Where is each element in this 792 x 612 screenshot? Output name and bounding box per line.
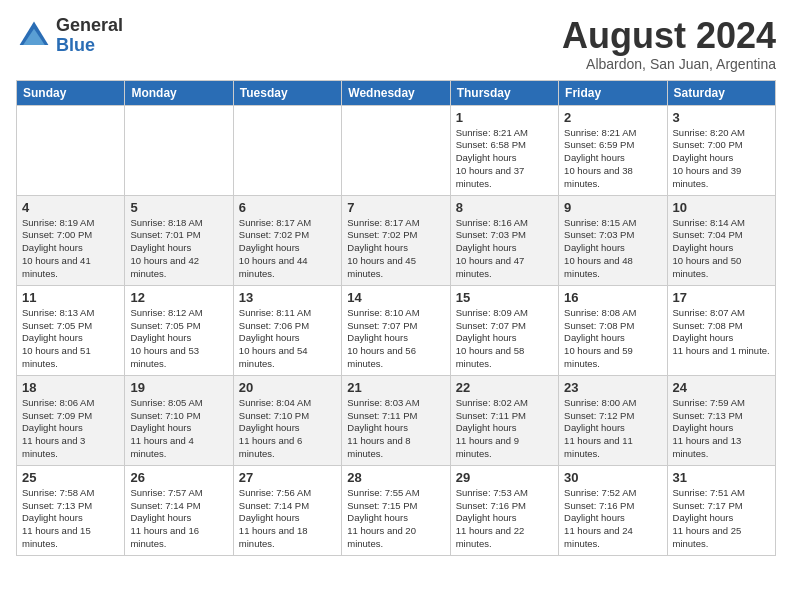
calendar-cell-w5d2: 26Sunrise: 7:57 AMSunset: 7:14 PMDayligh… <box>125 465 233 555</box>
calendar-cell-w2d1: 4Sunrise: 8:19 AMSunset: 7:00 PMDaylight… <box>17 195 125 285</box>
day-info: Sunrise: 7:51 AMSunset: 7:17 PMDaylight … <box>673 487 770 551</box>
calendar-cell-w1d7: 3Sunrise: 8:20 AMSunset: 7:00 PMDaylight… <box>667 105 775 195</box>
location-text: Albardon, San Juan, Argentina <box>562 56 776 72</box>
day-info: Sunrise: 8:08 AMSunset: 7:08 PMDaylight … <box>564 307 661 371</box>
day-number: 20 <box>239 380 336 395</box>
calendar-cell-w3d7: 17Sunrise: 8:07 AMSunset: 7:08 PMDayligh… <box>667 285 775 375</box>
header-monday: Monday <box>125 80 233 105</box>
calendar-cell-w4d5: 22Sunrise: 8:02 AMSunset: 7:11 PMDayligh… <box>450 375 558 465</box>
header-sunday: Sunday <box>17 80 125 105</box>
calendar-week-1: 1Sunrise: 8:21 AMSunset: 6:58 PMDaylight… <box>17 105 776 195</box>
calendar-cell-w3d1: 11Sunrise: 8:13 AMSunset: 7:05 PMDayligh… <box>17 285 125 375</box>
calendar-cell-w2d4: 7Sunrise: 8:17 AMSunset: 7:02 PMDaylight… <box>342 195 450 285</box>
calendar-table: Sunday Monday Tuesday Wednesday Thursday… <box>16 80 776 556</box>
day-number: 3 <box>673 110 770 125</box>
calendar-cell-w4d2: 19Sunrise: 8:05 AMSunset: 7:10 PMDayligh… <box>125 375 233 465</box>
logo-blue-text: Blue <box>56 36 123 56</box>
header-friday: Friday <box>559 80 667 105</box>
day-info: Sunrise: 7:57 AMSunset: 7:14 PMDaylight … <box>130 487 227 551</box>
day-number: 2 <box>564 110 661 125</box>
day-number: 5 <box>130 200 227 215</box>
calendar-week-4: 18Sunrise: 8:06 AMSunset: 7:09 PMDayligh… <box>17 375 776 465</box>
calendar-cell-w4d7: 24Sunrise: 7:59 AMSunset: 7:13 PMDayligh… <box>667 375 775 465</box>
header-wednesday: Wednesday <box>342 80 450 105</box>
day-number: 23 <box>564 380 661 395</box>
calendar-cell-w1d2 <box>125 105 233 195</box>
day-info: Sunrise: 8:17 AMSunset: 7:02 PMDaylight … <box>239 217 336 281</box>
day-info: Sunrise: 8:02 AMSunset: 7:11 PMDaylight … <box>456 397 553 461</box>
day-info: Sunrise: 8:21 AMSunset: 6:59 PMDaylight … <box>564 127 661 191</box>
day-number: 6 <box>239 200 336 215</box>
day-number: 29 <box>456 470 553 485</box>
calendar-cell-w2d7: 10Sunrise: 8:14 AMSunset: 7:04 PMDayligh… <box>667 195 775 285</box>
day-number: 28 <box>347 470 444 485</box>
calendar-cell-w3d6: 16Sunrise: 8:08 AMSunset: 7:08 PMDayligh… <box>559 285 667 375</box>
day-info: Sunrise: 8:09 AMSunset: 7:07 PMDaylight … <box>456 307 553 371</box>
day-info: Sunrise: 8:17 AMSunset: 7:02 PMDaylight … <box>347 217 444 281</box>
day-number: 26 <box>130 470 227 485</box>
calendar-week-5: 25Sunrise: 7:58 AMSunset: 7:13 PMDayligh… <box>17 465 776 555</box>
calendar-cell-w5d5: 29Sunrise: 7:53 AMSunset: 7:16 PMDayligh… <box>450 465 558 555</box>
calendar-cell-w3d3: 13Sunrise: 8:11 AMSunset: 7:06 PMDayligh… <box>233 285 341 375</box>
logo: General Blue <box>16 16 123 56</box>
day-info: Sunrise: 7:58 AMSunset: 7:13 PMDaylight … <box>22 487 119 551</box>
day-number: 31 <box>673 470 770 485</box>
day-info: Sunrise: 8:14 AMSunset: 7:04 PMDaylight … <box>673 217 770 281</box>
day-info: Sunrise: 8:19 AMSunset: 7:00 PMDaylight … <box>22 217 119 281</box>
day-number: 10 <box>673 200 770 215</box>
day-info: Sunrise: 8:05 AMSunset: 7:10 PMDaylight … <box>130 397 227 461</box>
calendar-week-3: 11Sunrise: 8:13 AMSunset: 7:05 PMDayligh… <box>17 285 776 375</box>
calendar-cell-w4d1: 18Sunrise: 8:06 AMSunset: 7:09 PMDayligh… <box>17 375 125 465</box>
month-title: August 2024 <box>562 16 776 56</box>
day-info: Sunrise: 8:18 AMSunset: 7:01 PMDaylight … <box>130 217 227 281</box>
day-number: 12 <box>130 290 227 305</box>
day-info: Sunrise: 8:12 AMSunset: 7:05 PMDaylight … <box>130 307 227 371</box>
day-info: Sunrise: 8:04 AMSunset: 7:10 PMDaylight … <box>239 397 336 461</box>
day-number: 21 <box>347 380 444 395</box>
calendar-cell-w1d6: 2Sunrise: 8:21 AMSunset: 6:59 PMDaylight… <box>559 105 667 195</box>
day-info: Sunrise: 8:07 AMSunset: 7:08 PMDaylight … <box>673 307 770 358</box>
day-number: 22 <box>456 380 553 395</box>
day-info: Sunrise: 7:55 AMSunset: 7:15 PMDaylight … <box>347 487 444 551</box>
day-number: 19 <box>130 380 227 395</box>
calendar-cell-w5d3: 27Sunrise: 7:56 AMSunset: 7:14 PMDayligh… <box>233 465 341 555</box>
calendar-cell-w3d5: 15Sunrise: 8:09 AMSunset: 7:07 PMDayligh… <box>450 285 558 375</box>
day-info: Sunrise: 8:03 AMSunset: 7:11 PMDaylight … <box>347 397 444 461</box>
day-number: 18 <box>22 380 119 395</box>
day-number: 15 <box>456 290 553 305</box>
calendar-cell-w4d3: 20Sunrise: 8:04 AMSunset: 7:10 PMDayligh… <box>233 375 341 465</box>
calendar-cell-w1d4 <box>342 105 450 195</box>
calendar-cell-w1d3 <box>233 105 341 195</box>
day-info: Sunrise: 8:00 AMSunset: 7:12 PMDaylight … <box>564 397 661 461</box>
day-number: 8 <box>456 200 553 215</box>
day-number: 25 <box>22 470 119 485</box>
calendar-cell-w4d4: 21Sunrise: 8:03 AMSunset: 7:11 PMDayligh… <box>342 375 450 465</box>
day-number: 27 <box>239 470 336 485</box>
day-number: 9 <box>564 200 661 215</box>
day-info: Sunrise: 8:13 AMSunset: 7:05 PMDaylight … <box>22 307 119 371</box>
calendar-week-2: 4Sunrise: 8:19 AMSunset: 7:00 PMDaylight… <box>17 195 776 285</box>
header-saturday: Saturday <box>667 80 775 105</box>
page-header: General Blue August 2024 Albardon, San J… <box>16 16 776 72</box>
day-info: Sunrise: 7:52 AMSunset: 7:16 PMDaylight … <box>564 487 661 551</box>
calendar-cell-w5d1: 25Sunrise: 7:58 AMSunset: 7:13 PMDayligh… <box>17 465 125 555</box>
calendar-cell-w2d2: 5Sunrise: 8:18 AMSunset: 7:01 PMDaylight… <box>125 195 233 285</box>
calendar-cell-w2d6: 9Sunrise: 8:15 AMSunset: 7:03 PMDaylight… <box>559 195 667 285</box>
header-thursday: Thursday <box>450 80 558 105</box>
calendar-cell-w5d7: 31Sunrise: 7:51 AMSunset: 7:17 PMDayligh… <box>667 465 775 555</box>
logo-general-text: General <box>56 16 123 36</box>
title-block: August 2024 Albardon, San Juan, Argentin… <box>562 16 776 72</box>
day-number: 1 <box>456 110 553 125</box>
day-info: Sunrise: 8:06 AMSunset: 7:09 PMDaylight … <box>22 397 119 461</box>
day-number: 17 <box>673 290 770 305</box>
day-info: Sunrise: 7:59 AMSunset: 7:13 PMDaylight … <box>673 397 770 461</box>
day-number: 4 <box>22 200 119 215</box>
day-number: 11 <box>22 290 119 305</box>
day-number: 14 <box>347 290 444 305</box>
day-info: Sunrise: 7:53 AMSunset: 7:16 PMDaylight … <box>456 487 553 551</box>
day-number: 16 <box>564 290 661 305</box>
day-info: Sunrise: 8:21 AMSunset: 6:58 PMDaylight … <box>456 127 553 191</box>
day-info: Sunrise: 8:10 AMSunset: 7:07 PMDaylight … <box>347 307 444 371</box>
calendar-cell-w3d2: 12Sunrise: 8:12 AMSunset: 7:05 PMDayligh… <box>125 285 233 375</box>
day-number: 24 <box>673 380 770 395</box>
